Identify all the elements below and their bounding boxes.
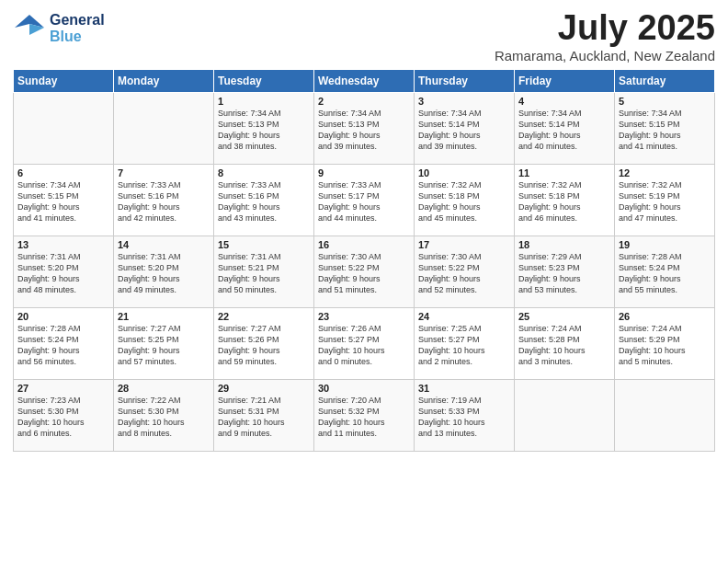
cell-info: Sunrise: 7:30 AM Sunset: 5:22 PM Dayligh… [318,251,410,296]
page-header: General Blue July 2025 Ramarama, Aucklan… [13,9,715,63]
calendar-cell: 1Sunrise: 7:34 AM Sunset: 5:13 PM Daylig… [214,92,314,164]
day-number: 4 [518,96,610,107]
cell-info: Sunrise: 7:27 AM Sunset: 5:26 PM Dayligh… [218,323,310,368]
calendar-cell: 22Sunrise: 7:27 AM Sunset: 5:26 PM Dayli… [214,307,314,379]
day-number: 16 [318,239,410,250]
calendar-cell: 16Sunrise: 7:30 AM Sunset: 5:22 PM Dayli… [314,236,415,307]
logo-icon [13,9,46,48]
logo-text-blue: Blue [50,29,105,45]
day-number: 22 [218,311,310,322]
cell-info: Sunrise: 7:22 AM Sunset: 5:30 PM Dayligh… [118,395,210,440]
cell-info: Sunrise: 7:19 AM Sunset: 5:33 PM Dayligh… [418,395,510,440]
day-header-monday: Monday [114,69,214,92]
calendar-cell: 20Sunrise: 7:28 AM Sunset: 5:24 PM Dayli… [14,307,114,379]
cell-info: Sunrise: 7:27 AM Sunset: 5:25 PM Dayligh… [118,323,210,368]
day-number: 13 [17,239,109,250]
calendar-week-row: 27Sunrise: 7:23 AM Sunset: 5:30 PM Dayli… [14,379,715,451]
cell-info: Sunrise: 7:28 AM Sunset: 5:24 PM Dayligh… [619,251,711,296]
calendar-cell: 12Sunrise: 7:32 AM Sunset: 5:19 PM Dayli… [615,164,715,236]
day-header-thursday: Thursday [415,69,515,92]
day-header-wednesday: Wednesday [314,69,415,92]
day-number: 18 [518,239,610,250]
logo: General Blue [13,9,105,48]
day-number: 9 [318,167,410,178]
cell-info: Sunrise: 7:24 AM Sunset: 5:28 PM Dayligh… [518,323,610,368]
day-number: 24 [418,311,510,322]
cell-info: Sunrise: 7:21 AM Sunset: 5:31 PM Dayligh… [218,395,310,440]
cell-info: Sunrise: 7:33 AM Sunset: 5:17 PM Dayligh… [318,179,410,224]
day-number: 7 [118,167,210,178]
cell-info: Sunrise: 7:26 AM Sunset: 5:27 PM Dayligh… [318,323,410,368]
cell-info: Sunrise: 7:29 AM Sunset: 5:23 PM Dayligh… [518,251,610,296]
calendar-cell: 25Sunrise: 7:24 AM Sunset: 5:28 PM Dayli… [515,307,615,379]
title-block: July 2025 Ramarama, Auckland, New Zealan… [495,9,715,63]
calendar-cell [515,379,615,451]
cell-info: Sunrise: 7:32 AM Sunset: 5:18 PM Dayligh… [518,179,610,224]
cell-info: Sunrise: 7:30 AM Sunset: 5:22 PM Dayligh… [418,251,510,296]
calendar-cell: 8Sunrise: 7:33 AM Sunset: 5:16 PM Daylig… [214,164,314,236]
calendar-cell: 29Sunrise: 7:21 AM Sunset: 5:31 PM Dayli… [214,379,314,451]
day-header-tuesday: Tuesday [214,69,314,92]
cell-info: Sunrise: 7:25 AM Sunset: 5:27 PM Dayligh… [418,323,510,368]
day-number: 5 [619,96,711,107]
calendar-week-row: 20Sunrise: 7:28 AM Sunset: 5:24 PM Dayli… [14,307,715,379]
day-number: 30 [318,383,410,394]
calendar-cell: 2Sunrise: 7:34 AM Sunset: 5:13 PM Daylig… [314,92,415,164]
calendar-cell: 14Sunrise: 7:31 AM Sunset: 5:20 PM Dayli… [114,236,214,307]
calendar-cell: 26Sunrise: 7:24 AM Sunset: 5:29 PM Dayli… [615,307,715,379]
day-number: 29 [218,383,310,394]
location-title: Ramarama, Auckland, New Zealand [495,48,715,63]
page-container: General Blue July 2025 Ramarama, Aucklan… [0,0,728,563]
day-number: 12 [619,167,711,178]
calendar-cell: 15Sunrise: 7:31 AM Sunset: 5:21 PM Dayli… [214,236,314,307]
calendar-cell: 7Sunrise: 7:33 AM Sunset: 5:16 PM Daylig… [114,164,214,236]
month-title: July 2025 [495,9,715,48]
day-number: 10 [418,167,510,178]
cell-info: Sunrise: 7:34 AM Sunset: 5:15 PM Dayligh… [17,179,109,224]
calendar-cell: 30Sunrise: 7:20 AM Sunset: 5:32 PM Dayli… [314,379,415,451]
calendar-cell: 4Sunrise: 7:34 AM Sunset: 5:14 PM Daylig… [515,92,615,164]
calendar-cell: 5Sunrise: 7:34 AM Sunset: 5:15 PM Daylig… [615,92,715,164]
calendar-cell: 9Sunrise: 7:33 AM Sunset: 5:17 PM Daylig… [314,164,415,236]
calendar-cell: 31Sunrise: 7:19 AM Sunset: 5:33 PM Dayli… [415,379,515,451]
day-number: 11 [518,167,610,178]
day-number: 8 [218,167,310,178]
cell-info: Sunrise: 7:31 AM Sunset: 5:20 PM Dayligh… [17,251,109,296]
calendar-week-row: 1Sunrise: 7:34 AM Sunset: 5:13 PM Daylig… [14,92,715,164]
calendar-cell: 3Sunrise: 7:34 AM Sunset: 5:14 PM Daylig… [415,92,515,164]
day-number: 3 [418,96,510,107]
day-number: 20 [17,311,109,322]
day-number: 2 [318,96,410,107]
day-header-sunday: Sunday [14,69,114,92]
day-number: 6 [17,167,109,178]
cell-info: Sunrise: 7:23 AM Sunset: 5:30 PM Dayligh… [17,395,109,440]
calendar-cell [615,379,715,451]
day-number: 17 [418,239,510,250]
day-number: 1 [218,96,310,107]
cell-info: Sunrise: 7:24 AM Sunset: 5:29 PM Dayligh… [619,323,711,368]
cell-info: Sunrise: 7:33 AM Sunset: 5:16 PM Dayligh… [218,179,310,224]
calendar-cell [14,92,114,164]
cell-info: Sunrise: 7:34 AM Sunset: 5:14 PM Dayligh… [518,108,610,153]
cell-info: Sunrise: 7:31 AM Sunset: 5:20 PM Dayligh… [118,251,210,296]
day-number: 21 [118,311,210,322]
calendar-cell: 27Sunrise: 7:23 AM Sunset: 5:30 PM Dayli… [14,379,114,451]
day-number: 27 [17,383,109,394]
cell-info: Sunrise: 7:32 AM Sunset: 5:18 PM Dayligh… [418,179,510,224]
calendar-cell [114,92,214,164]
calendar-cell: 10Sunrise: 7:32 AM Sunset: 5:18 PM Dayli… [415,164,515,236]
day-number: 19 [619,239,711,250]
day-header-saturday: Saturday [615,69,715,92]
calendar-table: SundayMondayTuesdayWednesdayThursdayFrid… [13,69,715,452]
cell-info: Sunrise: 7:31 AM Sunset: 5:21 PM Dayligh… [218,251,310,296]
calendar-header-row: SundayMondayTuesdayWednesdayThursdayFrid… [14,69,715,92]
logo-text-general: General [50,12,105,29]
day-number: 31 [418,383,510,394]
calendar-cell: 21Sunrise: 7:27 AM Sunset: 5:25 PM Dayli… [114,307,214,379]
calendar-cell: 24Sunrise: 7:25 AM Sunset: 5:27 PM Dayli… [415,307,515,379]
day-number: 15 [218,239,310,250]
calendar-cell: 18Sunrise: 7:29 AM Sunset: 5:23 PM Dayli… [515,236,615,307]
calendar-cell: 23Sunrise: 7:26 AM Sunset: 5:27 PM Dayli… [314,307,415,379]
cell-info: Sunrise: 7:34 AM Sunset: 5:14 PM Dayligh… [418,108,510,153]
cell-info: Sunrise: 7:20 AM Sunset: 5:32 PM Dayligh… [318,395,410,440]
